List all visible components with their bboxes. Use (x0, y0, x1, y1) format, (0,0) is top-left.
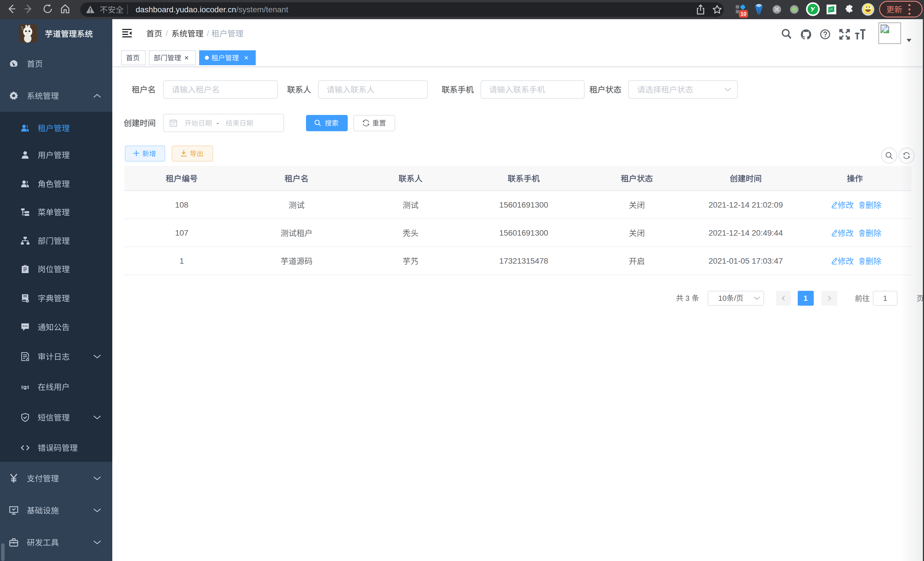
svg-text:⌘: ⌘ (774, 6, 780, 13)
